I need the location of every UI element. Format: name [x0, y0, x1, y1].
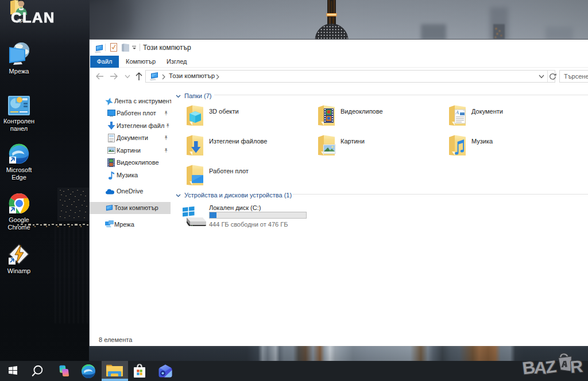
- svg-text:A: A: [455, 110, 459, 115]
